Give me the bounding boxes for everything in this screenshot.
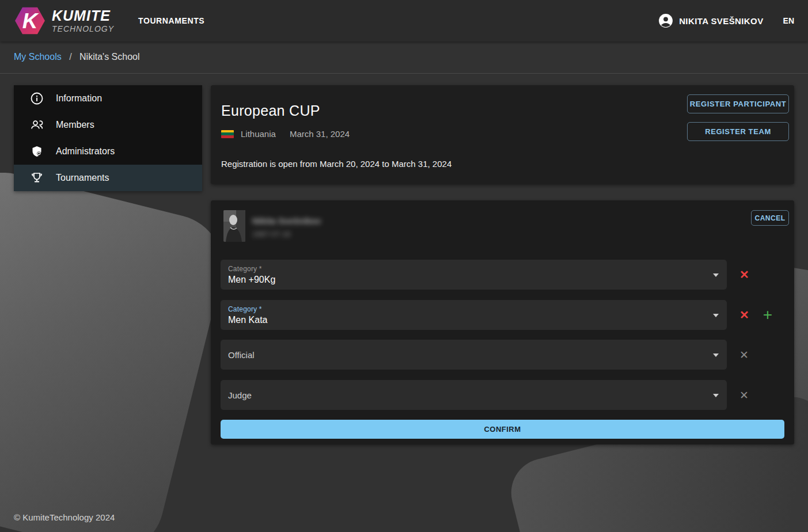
- registration-form-card: Nikita Svešnikov 1987-07-16 CANCEL Categ…: [211, 200, 794, 444]
- tournament-title: European CUP: [221, 102, 320, 119]
- sidebar-item-information[interactable]: Information: [14, 85, 202, 112]
- official-select-label: Official: [228, 350, 255, 360]
- svg-text:K: K: [22, 9, 39, 33]
- chevron-down-icon: [713, 314, 719, 317]
- admin-shield-icon: [30, 145, 44, 158]
- tournament-date: March 31, 2024: [290, 129, 350, 139]
- nav-tournaments[interactable]: TOURNAMENTS: [138, 16, 204, 25]
- kumite-hexagon-logo-icon: K: [14, 6, 46, 35]
- members-icon: [30, 118, 44, 132]
- category-select-1[interactable]: Category * Men +90Kg: [221, 260, 727, 290]
- category-select-2[interactable]: Category * Men Kata: [221, 300, 727, 330]
- breadcrumb-my-schools-link[interactable]: My Schools: [14, 52, 62, 62]
- cancel-button[interactable]: CANCEL: [751, 210, 789, 226]
- category-select-2-value: Men Kata: [228, 315, 267, 325]
- official-select[interactable]: Official: [221, 340, 727, 370]
- participant-birth-date: 1987-07-16: [252, 230, 321, 238]
- lithuania-flag-icon: [221, 130, 234, 138]
- app-header: K KUMITE TECHNOLOGY TOURNAMENTS NIKITA S…: [0, 0, 808, 41]
- register-team-button[interactable]: REGISTER TEAM: [687, 122, 789, 141]
- brand-title: KUMITE: [52, 9, 114, 23]
- category-select-2-label: Category *: [228, 305, 262, 313]
- school-sidebar: Information Members Administrators: [14, 85, 202, 191]
- category-select-1-label: Category *: [228, 265, 262, 273]
- confirm-button[interactable]: CONFIRM: [221, 420, 784, 439]
- remove-category-2-button[interactable]: ✕: [739, 309, 749, 321]
- sidebar-item-tournaments[interactable]: Tournaments: [14, 165, 202, 191]
- user-menu[interactable]: NIKITA SVEŠNIKOV: [658, 13, 763, 28]
- sidebar-item-members[interactable]: Members: [14, 112, 202, 138]
- chevron-down-icon: [713, 394, 719, 397]
- remove-category-1-button[interactable]: ✕: [739, 269, 749, 280]
- account-circle-icon: [658, 13, 673, 28]
- register-participant-button[interactable]: REGISTER PARTICIPANT: [687, 94, 789, 113]
- breadcrumb-separator: /: [69, 52, 71, 62]
- registration-note: Registration is open from March 20, 2024…: [221, 159, 452, 169]
- user-name: NIKITA SVEŠNIKOV: [679, 16, 763, 26]
- sidebar-item-label: Members: [56, 120, 94, 130]
- tournament-country: Lithuania: [241, 129, 276, 139]
- sidebar-item-label: Tournaments: [56, 173, 109, 183]
- clear-official-button[interactable]: ✕: [739, 349, 749, 360]
- participant-avatar: [223, 210, 245, 242]
- background-blob-left: [0, 162, 233, 532]
- chevron-down-icon: [713, 354, 719, 357]
- participant-summary: Nikita Svešnikov 1987-07-16: [223, 210, 321, 242]
- participant-texts: Nikita Svešnikov 1987-07-16: [252, 210, 321, 242]
- trophy-icon: [30, 171, 44, 185]
- breadcrumb: My Schools / Nikita's School: [14, 52, 140, 62]
- category-select-1-value: Men +90Kg: [228, 275, 275, 285]
- language-selector[interactable]: EN: [783, 16, 794, 25]
- info-icon: [30, 92, 44, 105]
- app-window: K KUMITE TECHNOLOGY TOURNAMENTS NIKITA S…: [0, 0, 808, 532]
- participant-name: Nikita Svešnikov: [252, 216, 321, 226]
- sidebar-item-label: Information: [56, 93, 102, 104]
- judge-select[interactable]: Judge: [221, 380, 727, 410]
- clear-judge-button[interactable]: ✕: [739, 390, 749, 401]
- judge-select-label: Judge: [228, 390, 252, 400]
- breadcrumb-current: Nikita's School: [79, 52, 139, 62]
- header-divider: [0, 73, 808, 74]
- footer-copyright: © KumiteTechnology 2024: [14, 512, 115, 522]
- brand-subtitle: TECHNOLOGY: [52, 25, 114, 33]
- sidebar-item-label: Administrators: [56, 146, 115, 157]
- tournament-card: European CUP Lithuania March 31, 2024 Re…: [211, 85, 794, 184]
- chevron-down-icon: [713, 273, 719, 277]
- sidebar-item-administrators[interactable]: Administrators: [14, 138, 202, 165]
- brand-logo[interactable]: K KUMITE TECHNOLOGY: [14, 6, 114, 35]
- add-category-button[interactable]: +: [763, 307, 772, 323]
